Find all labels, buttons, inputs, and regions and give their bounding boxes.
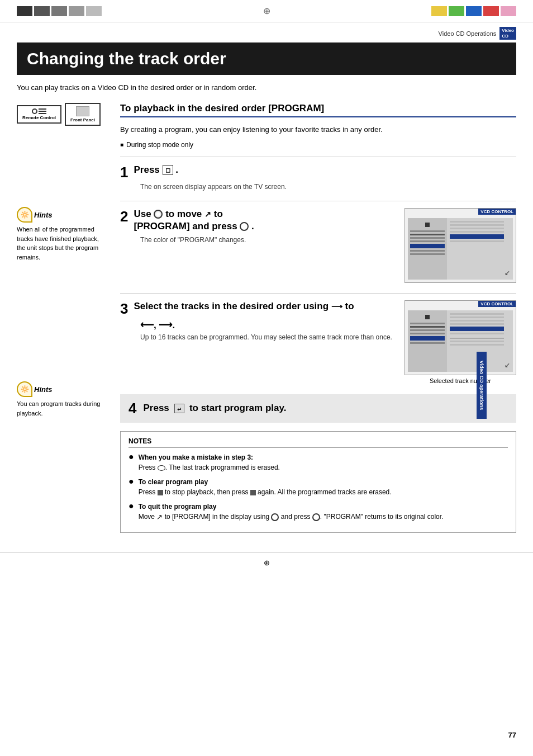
step-2-to-move: to move [165, 209, 204, 219]
note-bullet-2: ● [129, 477, 134, 486]
vcd-row-6 [410, 250, 445, 252]
step-2-use: Use [134, 209, 154, 219]
note-content-1: When you make a mistake in step 3: Press… [139, 452, 508, 472]
vcd-rrow-2 [450, 224, 504, 226]
note-text-3: Move ↗ to [PROGRAM] in the display using… [139, 513, 444, 521]
bar1 [39, 108, 46, 110]
arrow-icon-1: ⟶ [331, 302, 342, 311]
vcd-rrow-4 [450, 231, 504, 233]
vcd2-row-6 [410, 342, 445, 344]
bar-block-1 [17, 6, 32, 16]
note-item-3: ● To quit the program play Move ↗ to [PR… [129, 502, 508, 523]
vcd-row-2 [410, 234, 445, 235]
step-3-arrows: ⟵, ⟶. [140, 319, 398, 331]
vcd-content-2: ↙ [408, 310, 513, 372]
vcd-rrow-1 [450, 221, 504, 223]
step-3-with-image: 3 Select the tracks in the desired order… [120, 300, 516, 384]
page-title: Changing the track order [27, 49, 506, 68]
hints-label-1: 🔆 Hints [17, 207, 109, 223]
top-decorative-bar: ⊕ [0, 0, 533, 22]
remote-control-label: Remote Control [22, 115, 56, 120]
step-1-number: 1 [120, 165, 128, 179]
arrow-left: ⟵ [140, 320, 154, 330]
vcd2-row-5 [410, 336, 445, 341]
vcd-label-2: VCD CONTROL [478, 301, 516, 307]
bars-icon [39, 108, 46, 114]
side-tab: Video CD operations [477, 352, 487, 419]
vcd2-rrow-3 [450, 320, 504, 322]
step-3: 3 Select the tracks in the desired order… [120, 300, 516, 384]
step-4-press: Press [143, 403, 169, 413]
mode-note: During stop mode only [120, 141, 516, 149]
separator-1 [120, 157, 516, 157]
section-label: Video CD Operations [439, 30, 497, 37]
enter-key-icon: ↵ [174, 404, 185, 413]
vcd-screen-2: VCD CONTROL [404, 300, 516, 375]
main-content: Remote Control Front Panel 🔆 Hints When … [17, 103, 516, 541]
vcd-row-4 [410, 240, 445, 242]
bar-block-3 [51, 6, 67, 16]
step-1-press: Press [134, 164, 162, 175]
front-panel-box: Front Panel [65, 103, 101, 126]
hints-box-1: 🔆 Hints When all of the programmed track… [17, 207, 109, 262]
hints-text-1: When all of the programmed tracks have f… [17, 225, 109, 262]
vcd2-rrow-6 [450, 333, 504, 334]
step-3-number: 3 [120, 301, 128, 316]
top-crosshair: ⊕ [263, 6, 270, 16]
vcd-arrow-1: ↙ [505, 269, 510, 277]
step-3-sub: Up to 16 tracks can be programmed. You m… [140, 333, 398, 341]
vcd2-row-2 [410, 326, 445, 328]
bottom-crosshair-bar: ⊕ [0, 552, 533, 573]
hints-text-2: You can program tracks during playback. [17, 399, 109, 418]
note-bullet-1: ● [129, 452, 134, 461]
vcd-row-3 [410, 237, 445, 239]
step-2-header: 2 Use to move ↗ to [PROGRAM] and press . [120, 208, 398, 233]
note-bold-1: When you make a mistake in step 3: [139, 453, 253, 461]
note-item-1: ● When you make a mistake in step 3: Pre… [129, 452, 508, 472]
note-content-3: To quit the program play Move ↗ to [PROG… [139, 502, 508, 523]
remote-control-box: Remote Control [17, 105, 61, 124]
video-cd-badge: Video CD [499, 27, 516, 40]
step-3-text: Select the tracks in the desired order u… [134, 300, 398, 313]
vcd2-row-1 [410, 323, 445, 324]
hints-label-2: 🔆 Hints [17, 381, 109, 397]
hints-icon-2: 🔆 [17, 381, 32, 397]
front-panel-label: Front Panel [70, 117, 95, 122]
step-1-sub: The on screen display appears on the TV … [140, 183, 516, 191]
vcd-row-5 [410, 244, 445, 248]
front-panel-icon [76, 106, 89, 116]
section-heading: To playback in the desired order [PROGRA… [120, 103, 516, 117]
note-bold-3: To quit the program play [139, 503, 217, 511]
vcd-dot-1 [425, 223, 430, 227]
section-heading-text: To playback in the desired order [PROGRA… [120, 103, 516, 114]
badge-line1: Video [502, 28, 514, 34]
top-bar-left-blocks [17, 6, 102, 16]
circle-icon [32, 108, 37, 114]
step-2: 2 Use to move ↗ to [PROGRAM] and press . [120, 208, 516, 283]
selected-track-note: Selected track number [404, 377, 516, 384]
step-2-sub: The color of "PROGRAM" changes. [140, 236, 398, 244]
page-number: 77 [508, 731, 516, 739]
bar-block-2 [34, 6, 50, 16]
program-key-icon: ◻ [163, 165, 173, 175]
color-block-pink [501, 6, 516, 16]
color-block-yellow [431, 6, 447, 16]
separator-2 [120, 201, 516, 201]
badge-line2: CD [502, 34, 514, 39]
vcd-rrow-3 [450, 228, 504, 229]
step-1: 1 Press ◻ . The on screen display appear… [120, 164, 516, 191]
spacer-1 [17, 134, 109, 207]
step-2-period: . [251, 221, 254, 231]
vcd2-rrow-4 [450, 323, 504, 325]
step-3-text-col: 3 Select the tracks in the desired order… [120, 300, 398, 341]
note-item-2: ● To clear program play Press to stop pl… [129, 477, 508, 497]
vcd-left-2 [408, 310, 447, 372]
mode-note-text: During stop mode only [126, 141, 193, 149]
vcd-dot-2 [425, 315, 430, 319]
vcd-row-7 [410, 253, 445, 255]
spacer-2 [17, 270, 109, 381]
note-bold-2: To clear program play [139, 478, 208, 486]
joystick-icon [154, 210, 163, 219]
hints-label-text-1: Hints [34, 211, 53, 219]
bottom-crosshair: ⊕ [264, 559, 270, 567]
